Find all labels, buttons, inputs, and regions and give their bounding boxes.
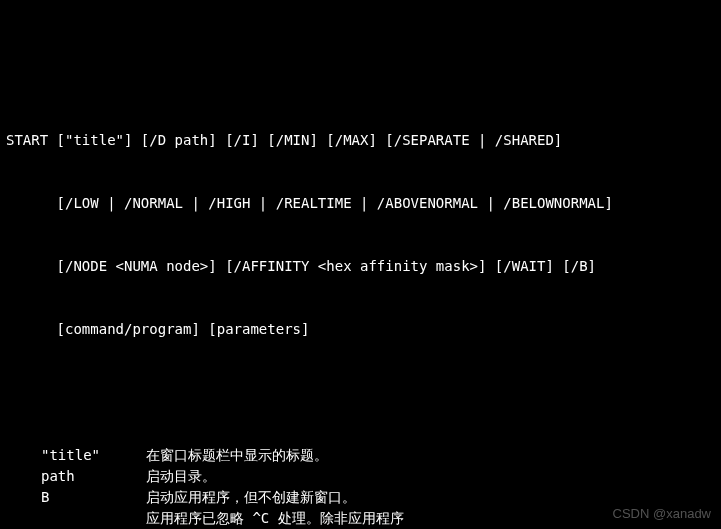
param-description: 在窗口标题栏中显示的标题。 — [146, 445, 715, 466]
param-key — [41, 508, 146, 529]
syntax-line-2: [/LOW | /NORMAL | /HIGH | /REALTIME | /A… — [6, 193, 715, 214]
syntax-line-4: [command/program] [parameters] — [6, 319, 715, 340]
blank-line — [6, 382, 715, 403]
param-key: B — [41, 487, 146, 508]
param-row: path启动目录。 — [6, 466, 715, 487]
param-row: 应用程序已忽略 ^C 处理。除非应用程序 — [6, 508, 715, 529]
watermark: CSDN @xanadw — [613, 504, 711, 524]
param-description: 启动目录。 — [146, 466, 715, 487]
param-key: "title" — [41, 445, 146, 466]
syntax-line-3: [/NODE <NUMA node>] [/AFFINITY <hex affi… — [6, 256, 715, 277]
param-key: path — [41, 466, 146, 487]
syntax-line-1: START ["title"] [/D path] [/I] [/MIN] [/… — [6, 130, 715, 151]
param-row: "title"在窗口标题栏中显示的标题。 — [6, 445, 715, 466]
param-indent — [6, 445, 41, 466]
param-indent — [6, 508, 41, 529]
parameters-list: "title"在窗口标题栏中显示的标题。 path启动目录。 B启动应用程序，但… — [6, 445, 715, 529]
param-indent — [6, 487, 41, 508]
console-output: START ["title"] [/D path] [/I] [/MIN] [/… — [6, 88, 715, 529]
param-row: B启动应用程序，但不创建新窗口。 — [6, 487, 715, 508]
param-indent — [6, 466, 41, 487]
